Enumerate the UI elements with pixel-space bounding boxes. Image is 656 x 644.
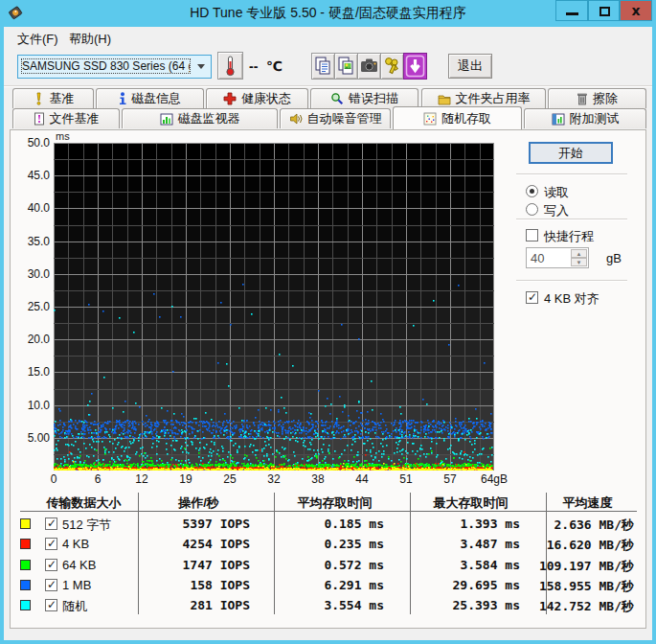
folder-usage-icon <box>438 93 451 105</box>
tab-label: 文件基准 <box>50 110 100 127</box>
read-radio-label: 读取 <box>544 184 569 201</box>
series-visible-checkbox[interactable] <box>45 538 57 550</box>
tab-label: 自动噪音管理 <box>307 110 382 127</box>
spin-down-button[interactable]: ▼ <box>571 258 587 266</box>
read-radio[interactable] <box>526 185 538 197</box>
menu-help[interactable]: 帮助(H) <box>63 29 117 50</box>
header-underline <box>20 511 637 512</box>
tab-file-benchmark[interactable]: 文件基准 <box>12 108 120 128</box>
random-access-page: ms 50.045.040.035.030.025.020.015.010.05… <box>10 129 646 629</box>
tab-disk-monitor[interactable]: 磁盘监视器 <box>122 108 278 128</box>
short-stroke-size-input[interactable]: 40 ▲ ▼ <box>526 247 589 268</box>
column-separator <box>138 493 139 614</box>
short-stroke-unit: gB <box>606 251 622 265</box>
avg-speed-value: 16.620 MB/秒 <box>528 537 634 554</box>
minimize-icon <box>566 12 578 15</box>
menu-file[interactable]: 文件(F) <box>11 29 64 50</box>
keys-icon <box>381 54 403 79</box>
series-visible-checkbox[interactable] <box>45 579 57 591</box>
maximize-button[interactable] <box>588 0 620 21</box>
tab-erase[interactable]: 擦除 <box>548 88 646 108</box>
random-access-icon <box>423 112 437 126</box>
spin-up-button[interactable]: ▲ <box>571 249 587 258</box>
x-tick-label: 19 <box>167 472 205 486</box>
avg-speed-value: 142.752 MB/秒 <box>528 598 634 615</box>
tab-label: 附加测试 <box>570 110 620 127</box>
series-color-swatch <box>20 539 31 549</box>
exit-button[interactable]: 退出 <box>448 54 492 79</box>
short-stroke-size-value: 40 <box>531 251 544 265</box>
title-bar: HD Tune 专业版 5.50 - 硬盘/固态硬盘实用程序 x <box>0 0 656 27</box>
series-visible-checkbox[interactable] <box>45 559 57 571</box>
series-color-swatch <box>20 580 31 590</box>
short-stroke-checkbox[interactable] <box>526 229 538 242</box>
app-window: HD Tune 专业版 5.50 - 硬盘/固态硬盘实用程序 x 文件(F) 帮… <box>0 0 656 644</box>
y-tick-label: 50.0 <box>11 136 50 150</box>
tab-health[interactable]: 健康状态 <box>206 88 308 108</box>
tab-benchmark[interactable]: 基准 <box>12 88 94 108</box>
screenshot-button[interactable] <box>357 53 381 80</box>
copy-text-button[interactable] <box>311 53 335 80</box>
thermometer-icon <box>218 53 242 79</box>
drive-select-dropdown[interactable]: SAMSUNG SSD 830 Series (64 gB) <box>17 55 212 79</box>
aam-icon <box>289 112 303 126</box>
disk-info-icon <box>119 92 126 105</box>
options-button[interactable] <box>380 53 404 80</box>
drive-select-value: SAMSUNG SSD 830 Series (64 gB) <box>22 59 190 73</box>
camera-icon <box>358 54 380 79</box>
extra-tests-icon <box>552 113 565 126</box>
write-radio[interactable] <box>526 203 538 216</box>
erase-icon <box>577 92 588 105</box>
y-tick-label: 5.00 <box>11 431 50 445</box>
ops-value: 158 IOPS <box>147 578 250 592</box>
y-tick-label: 45.0 <box>11 169 50 182</box>
ops-value: 5397 IOPS <box>147 517 250 531</box>
temperature-button[interactable] <box>217 52 243 80</box>
copy-image-icon <box>335 54 357 79</box>
file-benchmark-icon <box>34 112 45 126</box>
tab-label: 磁盘监视器 <box>178 110 240 127</box>
access-time-scatter-chart <box>54 143 494 471</box>
series-label: 512 字节 <box>62 517 111 534</box>
series-visible-checkbox[interactable] <box>45 599 57 611</box>
tab-label: 基准 <box>50 90 75 107</box>
close-button[interactable]: x <box>620 0 652 21</box>
copy-image-button[interactable] <box>334 53 358 80</box>
series-visible-checkbox[interactable] <box>45 518 57 530</box>
x-tick-label: 12 <box>123 472 161 486</box>
avg-access-value: 0.185 ms <box>282 517 384 531</box>
avg-access-value: 0.235 ms <box>282 537 384 551</box>
x-tick-label: 57 <box>431 472 469 486</box>
minimize-button[interactable] <box>555 0 588 21</box>
short-stroke-label: 快捷行程 <box>544 228 594 245</box>
start-button[interactable]: 开始 <box>529 142 613 164</box>
ops-value: 281 IOPS <box>147 598 250 612</box>
x-axis-labels: 06121925323844515764gB <box>54 472 504 486</box>
download-arrow-icon <box>404 54 426 79</box>
update-button[interactable] <box>403 53 427 80</box>
tab-aam[interactable]: 自动噪音管理 <box>280 108 391 128</box>
y-tick-label: 15.0 <box>11 365 50 379</box>
y-tick-label: 10.0 <box>11 399 50 412</box>
series-label: 1 MB <box>62 578 91 592</box>
y-tick-label: 30.0 <box>11 267 50 281</box>
health-icon <box>223 92 237 105</box>
tab-disk-info[interactable]: 磁盘信息 <box>96 88 204 108</box>
client-area: 文件(F) 帮助(H) SAMSUNG SSD 830 Series (64 g… <box>4 27 652 640</box>
tab-error-scan[interactable]: 错误扫描 <box>310 88 418 108</box>
series-color-swatch <box>20 518 31 529</box>
y-axis-unit: ms <box>56 130 70 142</box>
avg-access-value: 3.554 ms <box>282 598 384 612</box>
tab-random-access[interactable]: 随机存取 <box>393 106 522 129</box>
series-label: 4 KB <box>62 537 89 551</box>
tab-label: 随机存取 <box>441 110 491 127</box>
tab-extra-tests[interactable]: 附加测试 <box>524 108 646 128</box>
avg-access-value: 0.572 ms <box>282 558 384 572</box>
tab-folder-usage[interactable]: 文件夹占用率 <box>421 88 546 108</box>
ops-value: 4254 IOPS <box>147 537 250 551</box>
col-header-speed: 平均速度 <box>537 494 638 512</box>
disk-monitor-icon <box>160 113 173 126</box>
align-4kb-checkbox[interactable] <box>526 291 538 304</box>
col-header-transfer-size: 传输数据大小 <box>30 494 138 512</box>
max-access-value: 3.487 ms <box>418 537 520 551</box>
